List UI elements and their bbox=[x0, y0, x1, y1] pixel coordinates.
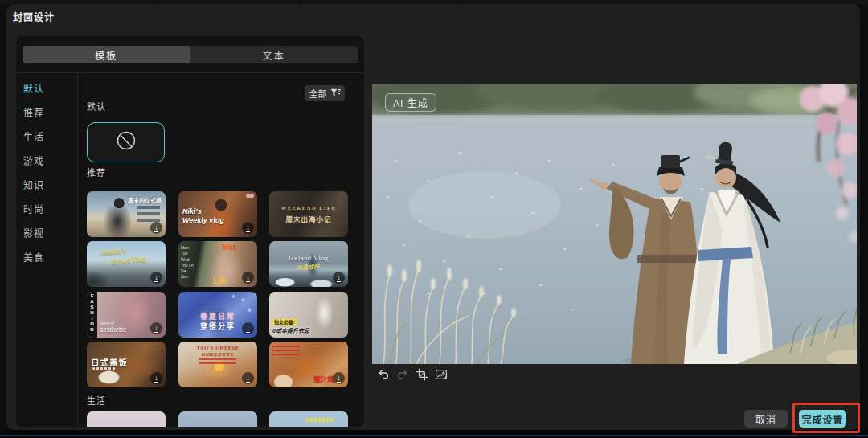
thumb-title: 日式盖饭 bbox=[91, 356, 128, 368]
download-icon[interactable]: ↓ bbox=[242, 272, 254, 284]
download-icon[interactable]: ↓ bbox=[242, 322, 254, 334]
thumb-subtitle: Life bbox=[213, 276, 227, 285]
template-thumb-honey-chicken[interactable]: 蜜汁鸡 ↓ bbox=[269, 342, 348, 387]
ai-generated-badge: AI 生成 bbox=[385, 93, 436, 112]
preview-toolbar bbox=[376, 367, 448, 382]
cover-preview-canvas[interactable]: AI 生成 bbox=[372, 84, 857, 364]
tab-text[interactable]: 文本 bbox=[190, 46, 358, 63]
template-thumb-partial[interactable] bbox=[178, 411, 257, 427]
download-icon[interactable]: ↓ bbox=[242, 372, 254, 384]
thumb-title: 仙女必备: bbox=[272, 319, 297, 325]
download-icon[interactable]: ↓ bbox=[150, 272, 162, 284]
thumb-title: WEEKEND LIFE bbox=[269, 205, 348, 211]
redo-icon[interactable] bbox=[395, 367, 410, 382]
thumb-title: Iceland Vlog bbox=[269, 254, 348, 262]
thumb-subtitle: aesthetic bbox=[100, 325, 126, 334]
decor-text-lines bbox=[272, 346, 300, 356]
template-thumb-outfit-share[interactable]: 春夏日常 穿搭分享 ↓ bbox=[178, 292, 257, 338]
filter-funnel-icon bbox=[330, 88, 341, 99]
no-cover-template-card[interactable] bbox=[87, 122, 165, 162]
section-label-recommend: 推荐 bbox=[87, 166, 106, 178]
download-icon[interactable]: ↓ bbox=[333, 372, 345, 384]
thumb-title: Mar. bbox=[222, 243, 238, 252]
template-thumb-weekend-life[interactable]: WEEKEND LIFE 周末出海小记 bbox=[269, 191, 348, 237]
download-icon[interactable]: ↓ bbox=[150, 322, 162, 334]
cover-preview-image bbox=[372, 84, 857, 364]
cancel-button[interactable]: 取消 bbox=[744, 410, 788, 428]
thumb-subtitle: Travel Vlog bbox=[111, 255, 146, 266]
download-icon[interactable]: ↓ bbox=[333, 272, 345, 284]
template-thumb-japanese-bowl[interactable]: 日式盖饭 ↓ bbox=[87, 342, 166, 387]
thumb-subtitle: 周末出海小记 bbox=[269, 214, 348, 223]
template-thumb-niki-vlog[interactable]: Niki's Weekly vlog ↓ bbox=[178, 191, 257, 237]
thumb-title: TAO'S CHEESE bbox=[178, 345, 257, 350]
decor-tag bbox=[246, 194, 254, 198]
none-icon bbox=[116, 130, 137, 154]
annotation-highlight-box bbox=[792, 403, 860, 433]
category-sidebar: 默认 推荐 生活 游戏 知识 时尚 影视 美食 bbox=[16, 73, 76, 427]
thumb-title: 蜜汁鸡 bbox=[313, 374, 334, 383]
thumb-title: FASHION bbox=[90, 293, 95, 338]
template-content: 全部 默认 推荐 周末的仪式感 bbox=[77, 73, 364, 427]
template-thumb-iceland-vlog[interactable]: Iceland Vlog 冰岛成行 ↓ bbox=[269, 241, 348, 287]
thumb-title: Niki's bbox=[182, 207, 202, 215]
sidebar-item-fashion[interactable]: 时尚 bbox=[16, 204, 76, 228]
replace-image-icon[interactable] bbox=[434, 367, 448, 382]
thumb-text-chips bbox=[137, 205, 161, 223]
sidebar-item-life[interactable]: 生活 bbox=[16, 132, 76, 156]
download-icon[interactable]: ↓ bbox=[150, 372, 162, 384]
sidebar-item-default[interactable]: 默认 bbox=[16, 84, 76, 108]
sidebar-item-recommend[interactable]: 推荐 bbox=[16, 108, 76, 132]
thumb-days-list: Mon Tue Wed Thu Fri Sat Sun bbox=[181, 245, 194, 280]
fashion-side-bar: FASHION bbox=[87, 292, 97, 338]
undo-icon[interactable] bbox=[376, 367, 391, 382]
crop-icon[interactable] bbox=[415, 367, 429, 382]
text-chip bbox=[137, 205, 161, 210]
template-thumb-weekend-ritual[interactable]: 周末的仪式感 ↓ bbox=[87, 191, 166, 237]
panel-tabbar: 模板 文本 bbox=[23, 46, 358, 63]
template-panel: 模板 文本 默认 推荐 生活 游戏 知识 时尚 影视 美食 全部 bbox=[16, 36, 364, 427]
cover-design-dialog: 封面设计 模板 文本 默认 推荐 生活 游戏 知识 时尚 影视 美食 全部 bbox=[6, 4, 860, 430]
thumb-subtitle: 0成本提升衣品 bbox=[272, 326, 309, 334]
sidebar-item-game[interactable]: 游戏 bbox=[16, 156, 76, 180]
thumb-title: 周末的仪式感 bbox=[128, 196, 162, 204]
template-thumb-partial[interactable] bbox=[269, 411, 348, 427]
section-label-life: 生活 bbox=[87, 394, 106, 407]
thumb-subtitle: OMELETTE bbox=[178, 351, 257, 357]
tab-template[interactable]: 模板 bbox=[23, 46, 190, 63]
decor-script-line bbox=[306, 418, 334, 422]
filter-all-label: 全部 bbox=[309, 87, 327, 100]
template-thumb-partial[interactable] bbox=[87, 411, 166, 427]
background-app-bottom bbox=[0, 430, 868, 438]
template-thumb-fashion-aesthetic[interactable]: FASHION types of aesthetic ↓ bbox=[87, 292, 166, 338]
template-thumb-mar-life[interactable]: Mon Tue Wed Thu Fri Sat Sun Mar. Life ↓ bbox=[178, 241, 257, 287]
thumb-title: Jessica's bbox=[100, 247, 126, 257]
sidebar-item-knowledge[interactable]: 知识 bbox=[16, 180, 76, 204]
template-thumb-cheese-omelette[interactable]: TAO'S CHEESE OMELETTE ↓ bbox=[178, 342, 257, 387]
template-thumb-jessica-travel[interactable]: Jessica's Travel Vlog ↓ bbox=[87, 241, 166, 287]
timeline-playhead-track bbox=[0, 435, 868, 436]
filter-all-button[interactable]: 全部 bbox=[305, 85, 345, 101]
dialog-title: 封面设计 bbox=[13, 10, 55, 23]
decor-text-lines bbox=[199, 358, 236, 366]
screen: 封面设计 模板 文本 默认 推荐 生活 游戏 知识 时尚 影视 美食 全部 bbox=[0, 0, 868, 438]
template-thumb-fairy-outfit[interactable]: 仙女必备: 0成本提升衣品 bbox=[269, 292, 348, 338]
thumb-subtitle: 冰岛成行 bbox=[297, 262, 319, 271]
section-label-default: 默认 bbox=[87, 100, 106, 113]
thumb-subtitle: Weekly vlog bbox=[182, 216, 224, 224]
sidebar-item-food[interactable]: 美食 bbox=[16, 252, 76, 276]
text-chip bbox=[137, 211, 161, 216]
decor-script-line bbox=[92, 367, 117, 370]
download-icon[interactable]: ↓ bbox=[150, 222, 162, 234]
sidebar-item-film[interactable]: 影视 bbox=[16, 228, 76, 252]
download-icon[interactable]: ↓ bbox=[242, 222, 254, 234]
